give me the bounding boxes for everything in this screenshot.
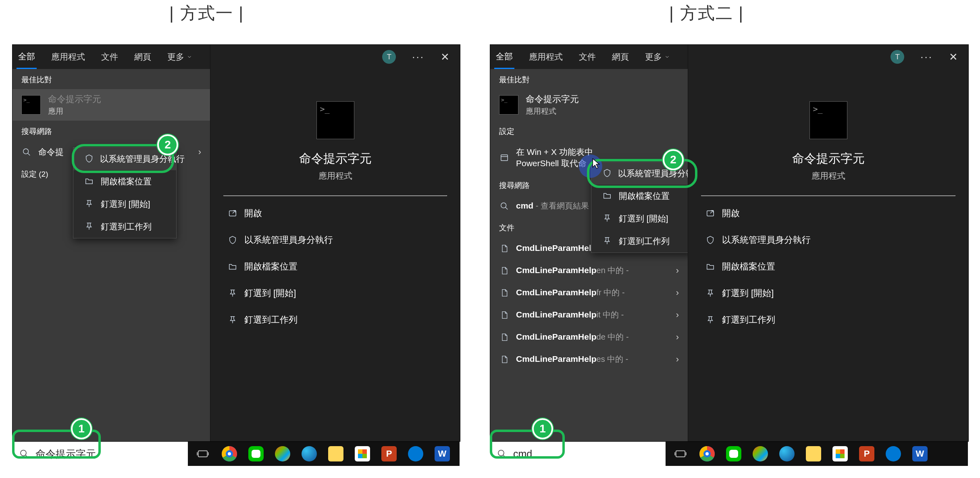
action-pin-taskbar[interactable]: 釘選到工作列 — [210, 307, 460, 333]
more-icon[interactable]: ··· — [412, 51, 424, 63]
action-run-admin[interactable]: 以系統管理員身分執行 — [210, 227, 460, 253]
ctx-pin-taskbar[interactable]: 釘選到工作列 — [73, 215, 176, 238]
file-explorer-icon[interactable] — [328, 446, 343, 461]
tab-web[interactable]: 網頁 — [133, 46, 153, 68]
action-open-location[interactable]: 開啟檔案位置 — [688, 253, 968, 280]
taskbar-icons — [666, 442, 968, 466]
action-open-location[interactable]: 開啟檔案位置 — [210, 253, 460, 280]
window-controls: T ··· ✕ — [688, 45, 968, 69]
action-pin-start[interactable]: 釘選到 [開始] — [210, 280, 460, 307]
method-title: | 方式二 | — [669, 2, 744, 25]
taskbar-search[interactable]: cmd — [490, 442, 666, 466]
action-pin-start[interactable]: 釘選到 [開始] — [688, 280, 968, 307]
taskbar-search[interactable]: 命令提示字元 — [12, 442, 188, 466]
tab-more[interactable]: 更多 — [643, 46, 672, 68]
action-pin-taskbar[interactable]: 釘選到工作列 — [688, 307, 968, 333]
preview-title: 命令提示字元 — [688, 150, 968, 167]
taskbar: cmd — [490, 442, 968, 466]
method-title: | 方式一 | — [169, 2, 244, 25]
close-button[interactable]: ✕ — [441, 51, 449, 63]
ctx-pin-start[interactable]: 釘選到 [開始] — [73, 193, 176, 215]
pin-icon — [227, 315, 238, 325]
pin-icon — [85, 199, 94, 209]
folder-icon — [705, 261, 716, 272]
tab-more[interactable]: 更多 — [166, 46, 194, 68]
edge-icon[interactable] — [779, 446, 795, 461]
mouse-cursor-icon — [592, 158, 602, 168]
word-icon[interactable] — [912, 446, 928, 461]
pin-icon — [603, 236, 612, 246]
action-open[interactable]: 開啟 — [210, 200, 460, 227]
ms-store-icon[interactable] — [832, 446, 848, 461]
tab-all[interactable]: 全部 — [17, 45, 37, 69]
powerpoint-icon[interactable] — [859, 446, 874, 461]
tab-all[interactable]: 全部 — [494, 45, 514, 69]
document-icon — [499, 243, 510, 254]
ctx-run-as-admin-label: 以系統管理員身分執行 — [618, 168, 688, 179]
ctx-open-location[interactable]: 開啟檔案位置 — [73, 170, 176, 193]
doc-result-row[interactable]: CmdLineParamHelpfr 中的 -› — [490, 282, 688, 304]
m365-icon[interactable] — [753, 446, 768, 461]
ctx-open-location[interactable]: 開啟檔案位置 — [591, 185, 688, 207]
action-pin-taskbar-label: 釘選到工作列 — [722, 314, 775, 326]
search-icon — [19, 449, 29, 459]
document-icon — [499, 332, 510, 342]
powerpoint-icon[interactable] — [381, 446, 397, 461]
chrome-icon[interactable] — [699, 446, 715, 461]
document-icon — [499, 288, 510, 298]
tab-apps[interactable]: 應用程式 — [527, 46, 564, 68]
svg-point-15 — [498, 450, 504, 456]
edge-icon[interactable] — [302, 446, 317, 461]
line-app-icon[interactable] — [726, 446, 741, 461]
chevron-right-icon: › — [676, 265, 679, 276]
chevron-down-icon — [187, 54, 192, 60]
settings-window-icon — [499, 152, 510, 163]
action-open[interactable]: 開啟 — [688, 200, 968, 227]
svg-line-16 — [503, 455, 506, 457]
action-pin-taskbar-label: 釘選到工作列 — [244, 314, 298, 326]
doc-result-row[interactable]: CmdLineParamHelpit 中的 -› — [490, 304, 688, 326]
chrome-icon[interactable] — [222, 446, 237, 461]
preview-title: 命令提示字元 — [210, 150, 460, 167]
word-icon[interactable] — [435, 446, 450, 461]
pin-icon — [705, 288, 716, 298]
doc-result-row[interactable]: CmdLineParamHelpen 中的 -› — [490, 259, 688, 282]
m365-icon[interactable] — [275, 446, 290, 461]
svg-point-0 — [23, 149, 29, 154]
best-match-row[interactable]: 命令提示字元 應用程式 — [490, 89, 688, 121]
azure-icon[interactable] — [886, 446, 901, 461]
ctx-pin-taskbar[interactable]: 釘選到工作列 — [591, 230, 688, 253]
user-avatar[interactable]: T — [891, 50, 904, 64]
search-panel-1: 全部 應用程式 文件 網頁 更多 最佳比對 命令提示字元 應用 搜尋網路 命令提… — [12, 44, 460, 442]
file-explorer-icon[interactable] — [806, 446, 821, 461]
search-icon — [21, 147, 32, 157]
tab-docs[interactable]: 文件 — [100, 46, 120, 68]
ms-store-icon[interactable] — [355, 446, 370, 461]
cmd-app-icon — [21, 95, 41, 115]
callout-number: 2 — [663, 149, 684, 170]
section-best-match: 最佳比對 — [12, 69, 210, 89]
taskview-icon[interactable] — [195, 446, 210, 461]
cmd-app-icon — [499, 95, 518, 115]
tab-web[interactable]: 網頁 — [610, 46, 630, 68]
action-run-admin[interactable]: 以系統管理員身分執行 — [688, 227, 968, 253]
doc-result-row[interactable]: CmdLineParamHelpde 中的 -› — [490, 326, 688, 348]
document-icon — [499, 354, 510, 365]
best-match-row[interactable]: 命令提示字元 應用 — [12, 89, 210, 121]
best-match-name: 命令提示字元 — [48, 93, 101, 105]
action-open-location-label: 開啟檔案位置 — [722, 261, 775, 273]
user-avatar[interactable]: T — [382, 50, 396, 64]
doc-result-row[interactable]: CmdLineParamHelpes 中的 -› — [490, 348, 688, 370]
best-match-sub: 應用 — [48, 106, 101, 117]
tab-apps[interactable]: 應用程式 — [50, 46, 87, 68]
tab-docs[interactable]: 文件 — [577, 46, 597, 68]
more-icon[interactable]: ··· — [920, 51, 933, 63]
ctx-pin-taskbar-label: 釘選到工作列 — [101, 221, 152, 232]
svg-rect-9 — [501, 155, 508, 161]
close-button[interactable]: ✕ — [949, 51, 958, 63]
taskview-icon[interactable] — [673, 446, 688, 461]
ctx-open-location-label: 開啟檔案位置 — [619, 190, 670, 202]
ctx-pin-start[interactable]: 釘選到 [開始] — [591, 207, 688, 230]
line-app-icon[interactable] — [248, 446, 264, 461]
azure-icon[interactable] — [408, 446, 423, 461]
